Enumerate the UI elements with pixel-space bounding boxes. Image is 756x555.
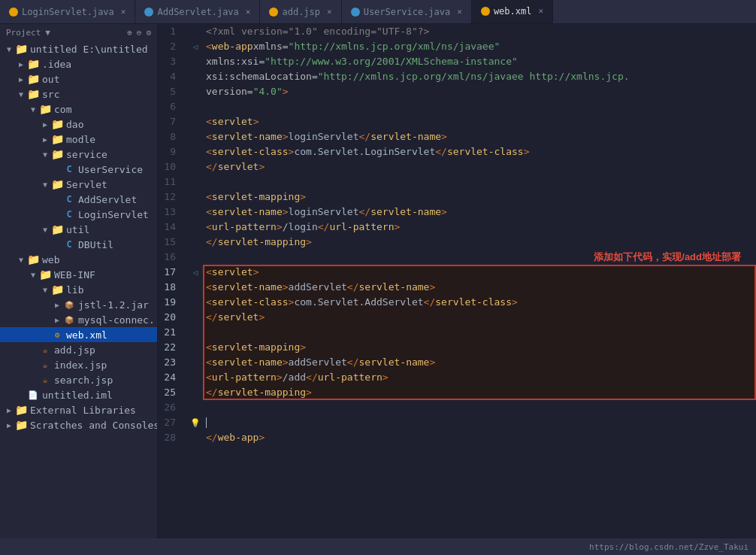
folder-extlibs-icon: 📁 [15, 404, 27, 416]
code-line-3: xmlns:xsi="http://www.w3.org/2001/XMLSch… [203, 54, 756, 69]
tree-item-userservice[interactable]: C UserService [0, 162, 157, 177]
code-line-13: <servlet-name>loginServlet</servlet-name… [203, 205, 756, 220]
bottom-right: https://blog.csdn.net/Zzve_Takui [589, 542, 748, 552]
arrow-util: ▼ [39, 226, 51, 234]
tab-userservice[interactable]: UserService.java ✕ [342, 0, 472, 23]
annotation-text: 添加如下代码，实现/add地址部署 [594, 250, 741, 265]
tree-label-idea: .idea [42, 59, 71, 70]
tree-item-iml[interactable]: 📄 untitled.iml [0, 387, 157, 402]
code-line-7: <servlet> [203, 114, 756, 129]
tab-close-addjsp[interactable]: ✕ [327, 7, 332, 17]
tab-icon-userservice [351, 8, 360, 17]
file-addjsp-icon: ☕ [39, 344, 51, 356]
tree-label-addservlet: AddServlet [78, 194, 137, 205]
tree-label-scratches: Scratches and Consoles [30, 420, 157, 431]
folder-idea-icon: 📁 [27, 58, 39, 70]
file-tree: ▼ 📁 untitled E:\untitled ▶ 📁 .idea ▶ 📁 o… [0, 41, 157, 538]
sidebar-header[interactable]: Project ▼ ⊕ ⊖ ⚙ [0, 24, 157, 41]
file-addservlet-icon: C [63, 193, 75, 205]
tree-item-addservlet[interactable]: C AddServlet [0, 192, 157, 207]
tree-item-loginservlet[interactable]: C LoginServlet [0, 207, 157, 222]
code-line-23: <servlet-name>addServlet</servlet-name> [203, 355, 756, 370]
file-jstl-icon: 📦 [63, 299, 75, 311]
tab-label-userservice: UserService.java [364, 7, 451, 17]
code-line-10: </servlet> [203, 159, 756, 174]
minus-icon[interactable]: ⊖ [137, 28, 142, 38]
tree-label-service: service [66, 149, 107, 160]
tab-bar: LoginServlet.java ✕ AddServlet.java ✕ ad… [0, 0, 756, 24]
code-line-28: </web-app> [203, 430, 756, 445]
plus-icon[interactable]: ⊕ [127, 28, 132, 38]
tab-addjsp[interactable]: add.jsp ✕ [260, 0, 341, 23]
file-userservice-icon: C [63, 163, 75, 175]
tree-label-jstl: jstl-1.2.jar [78, 299, 149, 311]
arrow-modle: ▶ [39, 135, 51, 144]
tab-close-loginservlet[interactable]: ✕ [121, 7, 126, 17]
tab-addservlet[interactable]: AddServlet.java ✕ [135, 0, 260, 23]
gutter: ◁ ◁ [188, 24, 203, 538]
tree-item-com[interactable]: ▼ 📁 com [0, 102, 157, 117]
tree-item-web[interactable]: ▼ 📁 web [0, 252, 157, 267]
tab-icon-addservlet [144, 8, 153, 17]
tab-loginservlet[interactable]: LoginServlet.java ✕ [0, 0, 135, 23]
tree-item-dbutil[interactable]: C DBUtil [0, 237, 157, 252]
file-mysql-icon: 📦 [63, 314, 75, 326]
arrow-service: ▼ [39, 150, 51, 159]
folder-com-icon: 📁 [39, 103, 51, 115]
tree-item-modle[interactable]: ▶ 📁 modle [0, 132, 157, 147]
tab-webxml[interactable]: web.xml ✕ [472, 0, 553, 23]
arrow-mysql: ▶ [51, 316, 63, 324]
tree-label-src: src [42, 89, 59, 100]
tree-item-out[interactable]: ▶ 📁 out [0, 71, 157, 86]
sidebar: Project ▼ ⊕ ⊖ ⚙ ▼ 📁 untitled E:\untitled… [0, 24, 158, 538]
tree-item-mysql[interactable]: ▶ 📦 mysql-connec... [0, 312, 157, 327]
tree-item-util[interactable]: ▼ 📁 util [0, 222, 157, 237]
folder-webinf-icon: 📁 [39, 268, 51, 281]
tree-item-dao[interactable]: ▶ 📁 dao [0, 117, 157, 132]
tree-label-mysql: mysql-connec... [78, 314, 157, 326]
project-label: Project [6, 28, 41, 38]
tree-label-com: com [54, 104, 71, 115]
tree-item-idea[interactable]: ▶ 📁 .idea [0, 56, 157, 71]
tree-item-service[interactable]: ▼ 📁 service [0, 147, 157, 162]
code-line-9: <servlet-class>com.Servlet.LoginServlet<… [203, 144, 756, 159]
tree-item-scratches[interactable]: ▶ 📁 Scratches and Consoles [0, 417, 157, 432]
arrow-src: ▼ [15, 90, 27, 99]
tree-item-addjsp[interactable]: ☕ add.jsp [0, 342, 157, 357]
tree-item-lib[interactable]: ▼ 📁 lib [0, 282, 157, 297]
code-line-6 [203, 99, 756, 114]
tab-icon-loginservlet [9, 8, 18, 17]
file-webxml-icon: ⚙ [51, 329, 63, 341]
tab-close-userservice[interactable]: ✕ [457, 7, 462, 17]
tab-label-webxml: web.xml [494, 6, 532, 17]
tree-label-modle: modle [66, 134, 95, 145]
arrow-out: ▶ [15, 75, 27, 83]
code-line-2: <web-app xmlns="http://xmlns.jcp.org/xml… [203, 39, 756, 54]
tree-item-extlibs[interactable]: ▶ 📁 External Libraries [0, 402, 157, 417]
tree-item-indexjsp[interactable]: ☕ index.jsp [0, 357, 157, 372]
code-line-14: <url-pattern>/login</url-pattern> [203, 220, 756, 235]
gear-icon[interactable]: ⚙ [146, 28, 151, 38]
file-dbutil-icon: C [63, 238, 75, 250]
code-lines[interactable]: 添加如下代码，实现/add地址部署 <?xml version="1.0" en… [203, 24, 756, 538]
tree-label-searchjsp: search.jsp [54, 375, 113, 386]
tree-item-root[interactable]: ▼ 📁 untitled E:\untitled [0, 41, 157, 56]
folder-src-icon: 📁 [27, 88, 39, 100]
tree-item-src[interactable]: ▼ 📁 src [0, 86, 157, 102]
tree-item-servlet-folder[interactable]: ▼ 📁 Servlet [0, 177, 157, 192]
tab-close-addservlet[interactable]: ✕ [246, 7, 251, 17]
tree-item-webinf[interactable]: ▼ 📁 WEB-INF [0, 267, 157, 282]
file-indexjsp-icon: ☕ [39, 359, 51, 371]
code-container[interactable]: 1 2 3 4 5 6 7 8 9 10 11 12 13 14 15 16 1… [158, 24, 756, 538]
code-line-15: </servlet-mapping> [203, 235, 756, 250]
code-line-22: <servlet-mapping> [203, 340, 756, 355]
code-line-12: <servlet-mapping> [203, 190, 756, 205]
code-line-19: <servlet-class>com.Servlet.AddServlet</s… [203, 295, 756, 310]
tree-item-jstl[interactable]: ▶ 📦 jstl-1.2.jar [0, 297, 157, 312]
file-searchjsp-icon: ☕ [39, 374, 51, 386]
tab-close-webxml[interactable]: ✕ [538, 6, 543, 16]
tree-item-searchjsp[interactable]: ☕ search.jsp [0, 372, 157, 387]
arrow-dao: ▶ [39, 120, 51, 129]
tree-item-webxml[interactable]: ⚙ web.xml [0, 327, 157, 342]
tree-label-web: web [42, 254, 59, 265]
